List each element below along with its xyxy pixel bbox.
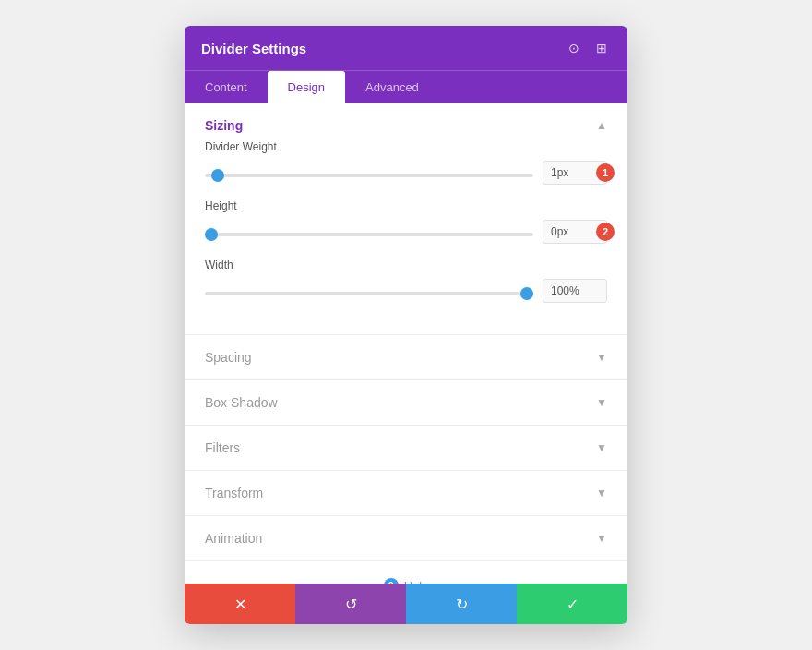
settings-icon[interactable]: ⊙ — [565, 39, 583, 57]
box-shadow-section-header[interactable]: Box Shadow ▼ — [185, 380, 627, 425]
animation-chevron-icon: ▼ — [596, 532, 607, 545]
width-slider[interactable] — [205, 292, 533, 295]
help-section: ? Help — [185, 561, 627, 584]
spacing-chevron-icon: ▼ — [596, 351, 607, 364]
transform-section-header[interactable]: Transform ▼ — [185, 471, 627, 515]
expand-icon[interactable]: ⊞ — [592, 39, 611, 57]
height-slider[interactable] — [205, 233, 533, 236]
sizing-section: Sizing ▲ Divider Weight 1 — [185, 103, 627, 335]
height-label: Height — [205, 199, 607, 212]
reset-button[interactable]: ↺ — [295, 584, 406, 624]
modal-body: Sizing ▲ Divider Weight 1 — [185, 103, 627, 584]
sizing-title: Sizing — [205, 118, 243, 133]
divider-weight-badge: 1 — [596, 163, 615, 182]
divider-settings-modal: Divider Settings ⊙ ⊞ Content Design Adva… — [185, 26, 627, 624]
width-input[interactable] — [543, 279, 607, 303]
animation-section: Animation ▼ — [185, 516, 627, 561]
height-field: Height 2 — [205, 199, 607, 244]
box-shadow-section: Box Shadow ▼ — [185, 380, 627, 426]
divider-weight-row: 1 — [205, 161, 607, 185]
tab-advanced[interactable]: Advanced — [345, 71, 439, 103]
divider-weight-input-wrapper: 1 — [543, 161, 607, 185]
transform-section: Transform ▼ — [185, 471, 627, 516]
transform-chevron-icon: ▼ — [596, 487, 607, 500]
redo-button[interactable]: ↻ — [406, 584, 517, 624]
sizing-section-header[interactable]: Sizing ▲ — [185, 103, 627, 140]
cancel-button[interactable]: ✕ — [185, 584, 295, 624]
modal-title: Divider Settings — [201, 41, 306, 56]
save-button[interactable]: ✓ — [517, 584, 627, 624]
modal-footer: ✕ ↺ ↻ ✓ — [185, 584, 627, 624]
reset-icon: ↺ — [345, 596, 357, 613]
transform-title: Transform — [205, 486, 263, 500]
spacing-title: Spacing — [205, 350, 252, 365]
spacing-section-header[interactable]: Spacing ▼ — [185, 335, 627, 379]
spacing-section: Spacing ▼ — [185, 335, 627, 380]
tab-content[interactable]: Content — [185, 71, 268, 103]
divider-weight-label: Divider Weight — [205, 140, 607, 153]
height-slider-wrapper — [205, 223, 533, 240]
width-slider-wrapper — [205, 283, 533, 299]
tab-design[interactable]: Design — [268, 71, 345, 103]
filters-section: Filters ▼ — [185, 426, 627, 471]
height-input-wrapper: 2 — [543, 220, 607, 244]
divider-weight-slider-wrapper — [205, 164, 533, 181]
filters-section-header[interactable]: Filters ▼ — [185, 426, 627, 470]
sizing-chevron-up-icon: ▲ — [596, 119, 607, 132]
width-row — [205, 279, 607, 303]
box-shadow-chevron-icon: ▼ — [596, 396, 607, 409]
width-field: Width — [205, 259, 607, 303]
header-icons: ⊙ ⊞ — [565, 39, 611, 57]
width-label: Width — [205, 259, 607, 271]
redo-icon: ↻ — [456, 596, 468, 613]
animation-section-header[interactable]: Animation ▼ — [185, 516, 627, 560]
modal-tabs: Content Design Advanced — [185, 70, 627, 103]
height-row: 2 — [205, 220, 607, 244]
box-shadow-title: Box Shadow — [205, 395, 278, 410]
cancel-icon: ✕ — [234, 596, 246, 613]
animation-title: Animation — [205, 531, 262, 546]
width-input-wrapper — [543, 279, 607, 303]
height-badge: 2 — [596, 223, 615, 241]
divider-weight-field: Divider Weight 1 — [205, 140, 607, 185]
filters-chevron-icon: ▼ — [596, 441, 607, 454]
save-icon: ✓ — [567, 596, 579, 613]
divider-weight-slider[interactable] — [205, 174, 533, 177]
sizing-content: Divider Weight 1 Height — [185, 140, 627, 334]
modal-header: Divider Settings ⊙ ⊞ — [185, 26, 627, 70]
filters-title: Filters — [205, 440, 240, 455]
